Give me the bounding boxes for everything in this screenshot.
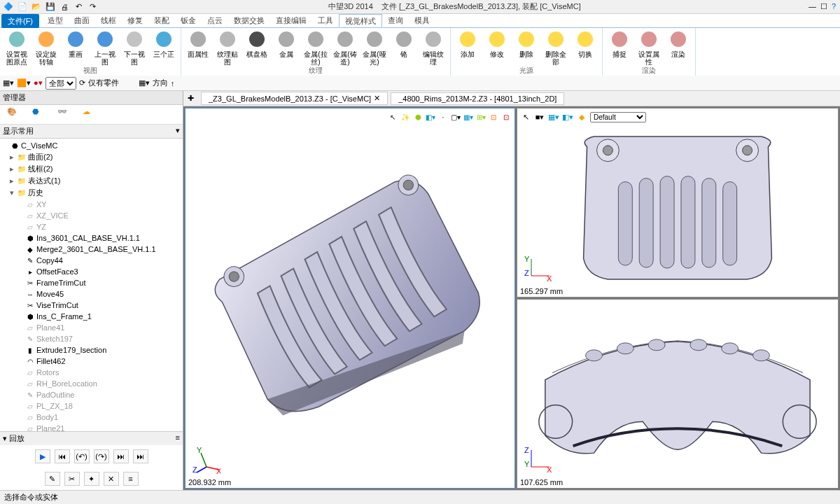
forward-button[interactable]: (↷) bbox=[94, 449, 109, 463]
ribbon-设置属性[interactable]: 设置属性 bbox=[636, 29, 662, 66]
tab-5[interactable]: 钣金 bbox=[175, 14, 202, 27]
ribbon-上一视图[interactable]: 上一视图 bbox=[92, 29, 118, 66]
tree-node[interactable]: ◠Fillet462 bbox=[0, 356, 183, 367]
tab-8[interactable]: 直接编辑 bbox=[270, 14, 312, 27]
delete-button[interactable]: ✕ bbox=[104, 472, 119, 486]
ribbon-金属(拉丝)[interactable]: 金属(拉丝) bbox=[303, 29, 328, 66]
collapse-icon[interactable]: ≡ bbox=[176, 433, 180, 444]
tab-0[interactable]: 造型 bbox=[42, 14, 69, 27]
new-tab-button[interactable]: ✚ bbox=[183, 94, 198, 103]
tree-node[interactable]: ▱Plane41 bbox=[0, 322, 183, 333]
ribbon-面属性[interactable]: 面属性 bbox=[186, 29, 211, 58]
ribbon-切换[interactable]: 切换 bbox=[573, 29, 598, 58]
point-icon[interactable]: ●▾ bbox=[34, 78, 43, 88]
vt-cube-icon[interactable]: ⬢ bbox=[412, 111, 424, 122]
help-icon[interactable]: ? bbox=[832, 2, 836, 11]
tab-10[interactable]: 视觉样式 bbox=[339, 14, 382, 27]
vt-section-icon[interactable]: ⊡ bbox=[488, 111, 499, 122]
ribbon-修改[interactable]: 修改 bbox=[484, 29, 510, 58]
vt-wire-icon[interactable]: ▢▾ bbox=[450, 111, 461, 122]
vt-box-icon[interactable]: ◧▾ bbox=[425, 111, 436, 122]
ribbon-铬[interactable]: 铬 bbox=[391, 29, 416, 58]
tree-node[interactable]: ✂FrameTrimCut bbox=[0, 277, 183, 288]
save-icon[interactable]: 💾 bbox=[45, 1, 56, 13]
palette-icon[interactable]: 🎨 bbox=[7, 107, 22, 122]
filter-icon[interactable]: ▦▾ bbox=[3, 78, 14, 88]
step-back-button[interactable]: ⏮ bbox=[55, 449, 70, 463]
tree-node[interactable]: ⬢Ins_3601_CAL_BASE_VH.1.1 bbox=[0, 232, 183, 244]
main-viewport[interactable]: ↖ ✨ ⬢ ◧▾ · ▢▾ ▦▾ ⊞▾ ⊡ ⊡ bbox=[185, 108, 515, 489]
close-tab-icon[interactable]: ✕ bbox=[374, 94, 380, 103]
new-icon[interactable]: 📄 bbox=[17, 1, 28, 13]
rewind-button[interactable]: (↶) bbox=[74, 449, 90, 463]
ribbon-删除全部[interactable]: 删除全部 bbox=[543, 29, 568, 66]
tree-node[interactable]: ▸OffsetFace3 bbox=[0, 266, 183, 277]
top-right-viewport[interactable]: ↖ ■▾ ▦▾ ◧▾ ◆ Default bbox=[517, 108, 839, 298]
tree-node[interactable]: ◆Merge2_3601_CAL_BASE_VH.1.1 bbox=[0, 244, 183, 255]
ribbon-捕捉[interactable]: 捕捉 bbox=[607, 29, 632, 58]
vt-grid-icon[interactable]: ⊞▾ bbox=[475, 111, 486, 122]
tab-3[interactable]: 修复 bbox=[122, 14, 148, 27]
tree-node[interactable]: ▮Extrude179_Isection bbox=[0, 344, 183, 356]
tree-node[interactable]: ▱Body1 bbox=[0, 412, 183, 423]
tree-node[interactable]: ▱XY bbox=[0, 199, 183, 210]
vt2-plane-icon[interactable]: ◧▾ bbox=[562, 111, 573, 122]
tool3-button[interactable]: ✦ bbox=[84, 472, 99, 486]
dropdown-icon[interactable]: ▾ bbox=[176, 126, 180, 136]
tree-node[interactable]: ✎Sketch197 bbox=[0, 333, 183, 344]
ribbon-渲染[interactable]: 渲染 bbox=[666, 29, 691, 58]
ribbon-三个正[interactable]: 三个正 bbox=[151, 29, 176, 58]
doc-tab[interactable]: _4800_Rims_2013M-2.Z3 - [4801_13inch_2D] bbox=[391, 92, 564, 105]
tree-node[interactable]: ✎PadOutline bbox=[0, 389, 183, 400]
ribbon-金属(铸造)[interactable]: 金属(铸造) bbox=[332, 29, 358, 66]
open-icon[interactable]: 📂 bbox=[31, 1, 42, 13]
maximize-icon[interactable]: ☐ bbox=[820, 2, 827, 11]
tree-node[interactable]: ▸📁线框(2) bbox=[0, 163, 183, 175]
list-button[interactable]: ≡ bbox=[123, 472, 139, 486]
cloud-icon[interactable]: ☁ bbox=[83, 107, 98, 122]
tree-node[interactable]: ▾📁历史 bbox=[0, 187, 183, 199]
tree-node[interactable]: ✂ViseTrimCut bbox=[0, 300, 183, 311]
vt-fit-icon[interactable]: ⊡ bbox=[500, 111, 512, 122]
color-icon[interactable]: 🟧▾ bbox=[17, 78, 31, 88]
doc-tab[interactable]: _Z3_GL_BrakesModelB_2013.Z3 - [C_ViseMC]… bbox=[201, 92, 388, 105]
play-button[interactable]: ▶ bbox=[35, 449, 50, 463]
tree-node[interactable]: ▱Plane21 bbox=[0, 423, 183, 431]
tab-9[interactable]: 工具 bbox=[312, 14, 339, 27]
minimize-icon[interactable]: — bbox=[808, 2, 816, 11]
tree-node[interactable]: ↔Move45 bbox=[0, 288, 183, 300]
ribbon-添加[interactable]: 添加 bbox=[455, 29, 480, 58]
tree-node[interactable]: ⬢Ins_C_Frame_1 bbox=[0, 311, 183, 322]
ribbon-设置视图原点[interactable]: 设置视图原点 bbox=[4, 29, 29, 66]
undo-icon[interactable]: ↶ bbox=[73, 1, 84, 13]
tree-node[interactable]: ▱YZ bbox=[0, 221, 183, 232]
ribbon-下一视图[interactable]: 下一视图 bbox=[122, 29, 147, 66]
vt-wand-icon[interactable]: ✨ bbox=[400, 111, 411, 122]
dir-up-icon[interactable]: ↑ bbox=[171, 79, 175, 88]
vt2-black-icon[interactable]: ■▾ bbox=[534, 111, 545, 122]
vt-select-icon[interactable]: ↖ bbox=[387, 111, 398, 122]
tool2-button[interactable]: ✂ bbox=[64, 472, 80, 486]
ribbon-重画[interactable]: 重画 bbox=[63, 29, 88, 58]
tree-node[interactable]: ▸📁曲面(2) bbox=[0, 151, 183, 163]
tab-12[interactable]: 模具 bbox=[409, 14, 435, 27]
tab-4[interactable]: 装配 bbox=[148, 14, 175, 27]
tree-node[interactable]: ⬣C_ViseMC bbox=[0, 140, 183, 151]
ribbon-金属(哑光)[interactable]: 金属(哑光) bbox=[362, 29, 387, 66]
end-button[interactable]: ⏭ bbox=[133, 449, 148, 463]
display-filter[interactable]: 显示常用▾ bbox=[0, 125, 183, 139]
layer-select[interactable]: Default bbox=[590, 112, 646, 122]
tab-1[interactable]: 曲面 bbox=[69, 14, 95, 27]
redo-icon[interactable]: ↷ bbox=[87, 1, 98, 13]
ribbon-纹理贴图[interactable]: 纹理贴图 bbox=[215, 29, 240, 66]
grid-icon[interactable]: ▦▾ bbox=[139, 78, 150, 88]
tab-11[interactable]: 查询 bbox=[382, 14, 409, 27]
vt-shade-icon[interactable]: ▦▾ bbox=[463, 111, 474, 122]
ribbon-设定旋转轴[interactable]: 设定旋转轴 bbox=[34, 29, 59, 66]
tree-node[interactable]: ▱RH_BoreLocation bbox=[0, 378, 183, 389]
tree-node[interactable]: ✎Copy44 bbox=[0, 255, 183, 266]
file-tab[interactable]: 文件(F) bbox=[1, 14, 39, 28]
glasses-icon[interactable]: 👓 bbox=[57, 107, 73, 122]
assembly-icon[interactable]: ⬣ bbox=[32, 107, 48, 122]
ribbon-编辑纹理[interactable]: 编辑纹理 bbox=[421, 29, 446, 66]
